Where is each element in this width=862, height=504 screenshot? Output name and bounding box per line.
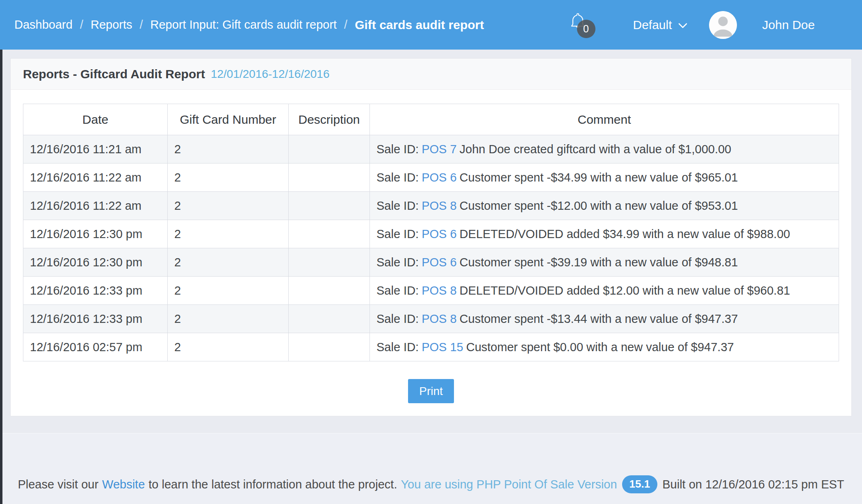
- navbar-right-group: 0 Default John Doe: [568, 11, 815, 39]
- cell-comment: Sale ID:POS 6Customer spent -$34.99 with…: [370, 163, 839, 192]
- user-silhouette-icon: [709, 11, 737, 39]
- cell-date: 12/16/2016 11:22 am: [23, 192, 168, 220]
- print-button-row: Print: [23, 379, 839, 403]
- pos-sale-link[interactable]: POS 15: [422, 341, 463, 354]
- cell-date: 12/16/2016 12:30 pm: [23, 248, 168, 277]
- cell-gift-card-number: 2: [168, 305, 289, 333]
- notifications-button[interactable]: 0: [568, 11, 598, 39]
- comment-prefix: Sale ID:: [376, 312, 419, 325]
- cell-comment: Sale ID:POS 6Customer spent -$39.19 with…: [370, 248, 839, 277]
- comment-prefix: Sale ID:: [376, 199, 419, 212]
- cell-description: [289, 277, 370, 305]
- store-selector-dropdown[interactable]: Default: [633, 18, 688, 32]
- breadcrumb-separator: /: [139, 18, 143, 32]
- top-navbar: Dashboard / Reports / Report Input: Gift…: [0, 0, 862, 50]
- website-link[interactable]: Website: [102, 478, 145, 491]
- pos-sale-link[interactable]: POS 8: [422, 312, 456, 325]
- comment-text: Customer spent -$34.99 with a new value …: [460, 171, 738, 184]
- user-menu[interactable]: John Doe: [762, 18, 815, 32]
- comment-prefix: Sale ID:: [376, 143, 419, 156]
- cell-date: 12/16/2016 11:21 am: [23, 135, 168, 163]
- cell-date: 12/16/2016 12:30 pm: [23, 220, 168, 248]
- comment-text: DELETED/VOIDED added $34.99 with a new v…: [460, 227, 790, 241]
- cell-description: [289, 192, 370, 220]
- cell-gift-card-number: 2: [168, 135, 289, 163]
- column-header-comment: Comment: [370, 104, 839, 135]
- cell-description: [289, 163, 370, 192]
- report-table-body: 12/16/2016 11:21 am 2 Sale ID:POS 7John …: [23, 135, 839, 361]
- table-row: 12/16/2016 11:21 am 2 Sale ID:POS 7John …: [23, 135, 839, 163]
- notification-count-badge: 0: [577, 20, 595, 38]
- pos-sale-link[interactable]: POS 6: [422, 256, 456, 269]
- cell-gift-card-number: 2: [168, 163, 289, 192]
- table-row: 12/16/2016 12:30 pm 2 Sale ID:POS 6DELET…: [23, 220, 839, 248]
- breadcrumb-reports[interactable]: Reports: [91, 18, 132, 32]
- breadcrumb-report-input[interactable]: Report Input: Gift cards audit report: [151, 18, 337, 32]
- breadcrumb-separator: /: [80, 18, 83, 32]
- breadcrumb-current-page: Gift cards audit report: [355, 18, 484, 32]
- cell-gift-card-number: 2: [168, 192, 289, 220]
- table-row: 12/16/2016 11:22 am 2 Sale ID:POS 6Custo…: [23, 163, 839, 192]
- version-link[interactable]: You are using PHP Point Of Sale Version: [401, 478, 617, 491]
- report-table: Date Gift Card Number Description Commen…: [23, 104, 839, 361]
- left-edge-strip: [0, 50, 2, 504]
- comment-text: Customer spent -$12.00 with a new value …: [460, 199, 738, 212]
- comment-prefix: Sale ID:: [376, 284, 419, 297]
- table-row: 12/16/2016 12:33 pm 2 Sale ID:POS 8Custo…: [23, 305, 839, 333]
- comment-text: DELETED/VOIDED added $12.00 with a new v…: [460, 284, 790, 297]
- cell-description: [289, 305, 370, 333]
- comment-prefix: Sale ID:: [376, 227, 419, 241]
- cell-description: [289, 220, 370, 248]
- column-header-date: Date: [23, 104, 168, 135]
- cell-date: 12/16/2016 12:33 pm: [23, 305, 168, 333]
- footer-text-line: Please visit our Website to learn the la…: [0, 434, 862, 493]
- table-header-row: Date Gift Card Number Description Commen…: [23, 104, 839, 135]
- pos-sale-link[interactable]: POS 8: [422, 284, 456, 297]
- comment-prefix: Sale ID:: [376, 341, 419, 354]
- cell-gift-card-number: 2: [168, 333, 289, 361]
- cell-comment: Sale ID:POS 6DELETED/VOIDED added $34.99…: [370, 220, 839, 248]
- pos-sale-link[interactable]: POS 6: [422, 227, 456, 241]
- cell-date: 12/16/2016 12:33 pm: [23, 277, 168, 305]
- footer-text-middle: to learn the latest information about th…: [148, 478, 397, 491]
- cell-description: [289, 333, 370, 361]
- report-panel-body: Date Gift Card Number Description Commen…: [11, 90, 851, 416]
- breadcrumb-dashboard[interactable]: Dashboard: [14, 18, 73, 32]
- cell-comment: Sale ID:POS 8DELETED/VOIDED added $12.00…: [370, 277, 839, 305]
- cell-comment: Sale ID:POS 8Customer spent -$13.44 with…: [370, 305, 839, 333]
- table-row: 12/16/2016 02:57 pm 2 Sale ID:POS 15Cust…: [23, 333, 839, 361]
- column-header-description: Description: [289, 104, 370, 135]
- column-header-gift-card-number: Gift Card Number: [168, 104, 289, 135]
- comment-text: Customer spent -$13.44 with a new value …: [460, 312, 738, 325]
- table-row: 12/16/2016 12:33 pm 2 Sale ID:POS 8DELET…: [23, 277, 839, 305]
- pos-sale-link[interactable]: POS 7: [422, 143, 456, 156]
- report-panel: Reports - Giftcard Audit Report 12/01/20…: [10, 58, 852, 416]
- footer-text-before: Please visit our: [18, 478, 98, 491]
- pos-sale-link[interactable]: POS 8: [422, 199, 456, 212]
- table-row: 12/16/2016 12:30 pm 2 Sale ID:POS 6Custo…: [23, 248, 839, 277]
- cell-date: 12/16/2016 02:57 pm: [23, 333, 168, 361]
- store-selector-label: Default: [633, 18, 672, 32]
- cell-date: 12/16/2016 11:22 am: [23, 163, 168, 192]
- cell-description: [289, 135, 370, 163]
- cell-comment: Sale ID:POS 8Customer spent -$12.00 with…: [370, 192, 839, 220]
- chevron-down-icon: [678, 23, 688, 29]
- comment-text: John Doe created giftcard with a value o…: [460, 143, 732, 156]
- comment-prefix: Sale ID:: [376, 256, 419, 269]
- table-row: 12/16/2016 11:22 am 2 Sale ID:POS 8Custo…: [23, 192, 839, 220]
- cell-gift-card-number: 2: [168, 277, 289, 305]
- pos-sale-link[interactable]: POS 6: [422, 171, 456, 184]
- cell-comment: Sale ID:POS 15Customer spent $0.00 with …: [370, 333, 839, 361]
- report-date-range-link[interactable]: 12/01/2016-12/16/2016: [211, 68, 330, 81]
- comment-prefix: Sale ID:: [376, 171, 419, 184]
- comment-text: Customer spent $0.00 with a new value of…: [466, 341, 734, 354]
- avatar[interactable]: [709, 11, 737, 39]
- print-button[interactable]: Print: [408, 379, 454, 403]
- cell-description: [289, 248, 370, 277]
- breadcrumb: Dashboard / Reports / Report Input: Gift…: [14, 18, 484, 32]
- cell-comment: Sale ID:POS 7John Doe created giftcard w…: [370, 135, 839, 163]
- footer-built-text: Built on 12/16/2016 02:15 pm EST: [662, 478, 844, 491]
- breadcrumb-separator: /: [344, 18, 347, 32]
- cell-gift-card-number: 2: [168, 248, 289, 277]
- cell-gift-card-number: 2: [168, 220, 289, 248]
